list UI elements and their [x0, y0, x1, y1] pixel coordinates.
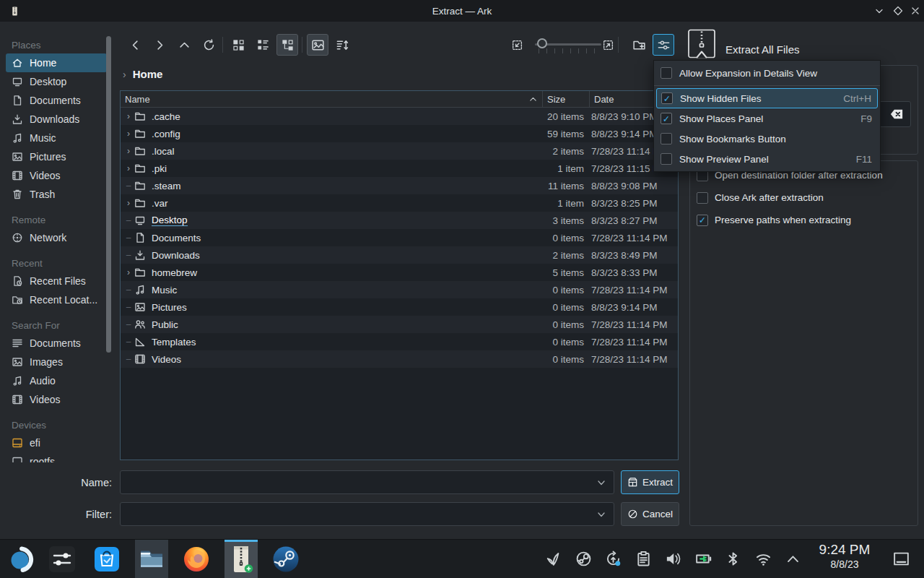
maximize-icon[interactable] — [892, 5, 904, 17]
expander-icon[interactable] — [123, 215, 134, 225]
settings-taskbar-button[interactable] — [45, 540, 79, 578]
sidebar-item[interactable]: rootfs — [6, 452, 107, 462]
column-header-size[interactable]: Size — [542, 91, 589, 107]
table-row[interactable]: Downloads 2 items 8/3/23 8:49 PM — [121, 246, 678, 264]
combo-chevron-icon[interactable] — [596, 509, 607, 520]
filter-combobox[interactable] — [120, 502, 614, 526]
table-row[interactable]: Documents 0 items 7/28/23 11:14 PM — [121, 229, 678, 246]
menu-item[interactable]: Show Hidden Files Ctrl+H — [656, 88, 878, 108]
expander-icon[interactable] — [123, 337, 134, 347]
sidebar-item[interactable]: Recent Files — [6, 272, 107, 290]
expander-icon[interactable] — [123, 111, 134, 121]
steam-tray-icon[interactable] — [575, 551, 592, 567]
sidebar-item[interactable]: Videos — [6, 390, 107, 409]
ark-taskbar-button[interactable] — [225, 540, 258, 578]
table-row[interactable]: homebrew 5 items 8/3/23 8:33 PM — [121, 264, 678, 281]
sidebar-item[interactable]: Home — [6, 53, 107, 72]
menu-item[interactable]: Show Bookmarks Button — [654, 129, 880, 149]
view-mode-button[interactable] — [227, 34, 249, 56]
steam-taskbar-button[interactable] — [269, 540, 302, 578]
sidebar-item[interactable]: Recent Locat... — [6, 290, 107, 309]
sidebar-scrollbar[interactable] — [106, 36, 111, 353]
zoom-out-button[interactable] — [507, 35, 526, 54]
battery-icon[interactable] — [695, 551, 712, 567]
toolbar-button[interactable] — [149, 34, 170, 56]
expander-icon[interactable] — [123, 319, 134, 329]
menu-item[interactable]: Allow Expansion in Details View — [654, 63, 880, 83]
sidebar-item[interactable]: Videos — [6, 166, 107, 185]
toolbar-button[interactable] — [198, 34, 219, 56]
chevron-up-icon[interactable] — [785, 551, 801, 567]
table-row[interactable]: Public 0 items 7/28/23 11:14 PM — [121, 316, 678, 333]
toolbar-action-button[interactable] — [628, 34, 650, 56]
table-row[interactable]: .local 2 items 7/28/23 11:14 PM — [121, 142, 678, 160]
view-mode-button[interactable] — [276, 34, 298, 56]
clock[interactable]: 9:24 PM 8/8/23 — [807, 542, 882, 570]
table-row[interactable]: .var 1 item 8/3/23 8:25 PM — [121, 194, 678, 212]
table-row[interactable]: .pki 1 item 7/28/23 11:15 PM — [121, 160, 678, 177]
backspace-icon[interactable] — [887, 107, 906, 121]
menu-item[interactable]: Show Places Panel F9 — [654, 108, 880, 129]
checkbox[interactable] — [697, 192, 708, 204]
table-row[interactable]: Pictures 0 items 8/8/23 9:14 PM — [121, 298, 678, 316]
zoom-in-button[interactable] — [598, 35, 617, 54]
dolphin-taskbar-button[interactable] — [135, 540, 168, 578]
minimize-icon[interactable] — [873, 5, 885, 17]
breadcrumb-location[interactable]: Home — [133, 68, 163, 80]
table-row[interactable]: .steam 11 items 8/8/23 9:08 PM — [121, 177, 678, 194]
sidebar-item[interactable]: Audio — [6, 371, 107, 390]
firefox-taskbar-button[interactable] — [180, 540, 213, 578]
sidebar-item[interactable]: Documents — [6, 334, 107, 353]
expander-icon[interactable] — [123, 250, 134, 260]
wifi-icon[interactable] — [755, 551, 772, 567]
cancel-button[interactable]: Cancel — [621, 502, 679, 526]
expander-icon[interactable] — [123, 181, 134, 191]
expander-icon[interactable] — [123, 354, 134, 364]
launcher-taskbar-button[interactable] — [6, 540, 39, 578]
expander-icon[interactable] — [123, 302, 134, 312]
expander-icon[interactable] — [123, 163, 134, 173]
table-row[interactable]: .config 59 items 8/8/23 9:14 PM — [121, 125, 678, 142]
sidebar-item[interactable]: Pictures — [6, 147, 107, 166]
menu-item[interactable]: Show Preview Panel F11 — [654, 149, 880, 169]
table-row[interactable]: Music 0 items 7/28/23 11:14 PM — [121, 281, 678, 298]
toolbar-button[interactable] — [173, 34, 195, 56]
option-row[interactable]: Preserve paths when extracting — [690, 209, 918, 231]
sidebar-item[interactable]: Network — [6, 228, 107, 247]
sidebar-item[interactable]: Desktop — [6, 72, 107, 91]
checkbox[interactable] — [697, 215, 708, 226]
sidebar-item[interactable]: Documents — [6, 91, 107, 110]
bluetooth-icon[interactable] — [725, 551, 741, 567]
expander-icon[interactable] — [123, 198, 134, 208]
view-mode-button[interactable] — [252, 34, 274, 56]
sidebar-item[interactable]: Music — [6, 129, 107, 147]
toolbar-toggle-button[interactable] — [307, 34, 328, 56]
column-header-name[interactable]: Name — [121, 91, 542, 107]
clipboard-icon[interactable] — [635, 551, 652, 567]
table-row[interactable]: Videos 0 items 7/28/23 11:14 PM — [121, 350, 678, 368]
sidebar-item[interactable]: Trash — [6, 185, 107, 204]
discover-taskbar-button[interactable] — [90, 540, 123, 578]
sidebar-item[interactable]: Images — [6, 353, 107, 371]
table-row[interactable]: Desktop 3 items 8/3/23 8:27 PM — [121, 212, 678, 229]
update-icon[interactable] — [605, 551, 622, 567]
plant-icon[interactable] — [545, 551, 562, 567]
toolbar-button[interactable] — [124, 34, 146, 56]
zoom-slider-handle[interactable] — [537, 38, 547, 48]
combo-chevron-icon[interactable] — [596, 477, 607, 488]
option-row[interactable]: Close Ark after extraction — [690, 186, 918, 209]
volume-icon[interactable] — [665, 551, 681, 567]
sidebar-item[interactable]: efi — [6, 434, 107, 452]
sidebar-item[interactable]: Downloads — [6, 110, 107, 129]
expander-icon[interactable] — [123, 233, 134, 243]
close-icon[interactable] — [910, 5, 921, 17]
extract-all-files-button[interactable]: Extract All Files — [684, 29, 800, 59]
expander-icon[interactable] — [123, 285, 134, 295]
toolbar-action-button[interactable] — [653, 34, 674, 56]
toolbar-toggle-button[interactable] — [331, 34, 353, 56]
table-row[interactable]: .cache 20 items 8/8/23 9:10 PM — [121, 108, 678, 125]
extract-button[interactable]: Extract — [621, 470, 679, 494]
show-desktop-icon[interactable] — [892, 551, 910, 567]
expander-icon[interactable] — [123, 267, 134, 277]
table-row[interactable]: Templates 0 items 7/28/23 11:14 PM — [121, 333, 678, 350]
